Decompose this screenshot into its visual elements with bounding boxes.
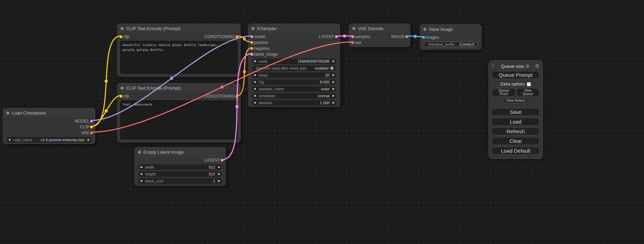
- decrement-arrow-icon[interactable]: ◀: [254, 101, 257, 104]
- denoise-widget[interactable]: ◀ denoise 1.000 ▶: [252, 100, 336, 106]
- increment-arrow-icon[interactable]: ▶: [331, 60, 335, 63]
- node-header[interactable]: KSampler: [248, 24, 340, 33]
- prompt-textarea[interactable]: beautiful scenery nature glass bottle la…: [120, 41, 238, 74]
- increment-arrow-icon[interactable]: ▶: [331, 101, 335, 104]
- scheduler-widget[interactable]: ◀ scheduler normal ▶: [252, 93, 336, 99]
- node-title: Load Checkpoint: [12, 110, 46, 116]
- decrement-arrow-icon[interactable]: ◀: [254, 94, 257, 97]
- prompt-textarea[interactable]: text, watermark: [120, 100, 238, 139]
- queue-prompt-button[interactable]: Queue Prompt: [492, 71, 540, 79]
- input-label-negative: negative: [254, 46, 270, 51]
- load-default-button[interactable]: Load Default: [492, 147, 540, 155]
- node-ksampler[interactable]: KSampler model LATENT positive negative …: [248, 24, 340, 107]
- load-button[interactable]: Load: [492, 118, 540, 126]
- increment-arrow-icon[interactable]: ▶: [217, 180, 220, 182]
- node-header[interactable]: Empty Latent Image: [135, 147, 226, 156]
- input-port-clip[interactable]: [120, 35, 122, 38]
- output-port-conditioning[interactable]: [236, 35, 238, 38]
- wire-midpoint-negative-conditioning: [243, 70, 246, 73]
- decrement-arrow-icon[interactable]: ◀: [140, 180, 144, 182]
- input-port-clip[interactable]: [120, 95, 122, 98]
- increment-arrow-icon[interactable]: ▶: [331, 74, 335, 76]
- cfg-widget[interactable]: ◀ cfg 8.000 ▶: [252, 79, 336, 85]
- seed-widget[interactable]: ◀ seed 156680208700286 ▶: [252, 58, 336, 64]
- view-queue-button[interactable]: View Queue: [516, 88, 540, 97]
- node-title: CLIP Text Encode (Prompt): [126, 85, 181, 91]
- input-port-positive[interactable]: [250, 41, 253, 44]
- increment-arrow-icon[interactable]: ▶: [217, 173, 220, 175]
- node-header[interactable]: CLIP Text Encode (Prompt): [117, 24, 240, 33]
- node-header[interactable]: Save Image: [420, 25, 481, 34]
- node-save-image[interactable]: Save Image images filename_prefix ComfyU…: [420, 24, 482, 50]
- collapse-button[interactable]: [138, 151, 141, 154]
- increment-arrow-icon[interactable]: ▶: [331, 94, 335, 97]
- width-widget[interactable]: ◀ width 512 ▶: [138, 164, 222, 170]
- output-port-clip[interactable]: [90, 126, 93, 128]
- extra-options-checkbox[interactable]: [527, 82, 531, 86]
- output-port-model[interactable]: [90, 120, 93, 123]
- clear-button[interactable]: Clear: [492, 137, 540, 145]
- output-port-latent[interactable]: [335, 35, 338, 38]
- output-port-conditioning[interactable]: [236, 95, 238, 98]
- node-empty-latent-image[interactable]: Empty Latent Image LATENT ◀ width 512 ▶ …: [134, 147, 226, 186]
- decrement-arrow-icon[interactable]: ◀: [140, 166, 144, 169]
- input-port-latent-image[interactable]: [250, 53, 253, 56]
- widget-label: batch_size: [145, 179, 164, 183]
- collapse-button[interactable]: [121, 27, 124, 30]
- input-port-vae[interactable]: [351, 41, 354, 44]
- settings-gear-icon[interactable]: ⚙: [535, 63, 540, 69]
- widget-value: v1-5-pruned-emaonly.ckpt: [41, 138, 85, 142]
- widget-value: 20: [325, 73, 329, 77]
- widget-value: enabled: [315, 66, 328, 70]
- steps-widget[interactable]: ◀ steps 20 ▶: [252, 72, 336, 78]
- decrement-arrow-icon[interactable]: ◀: [140, 173, 144, 175]
- output-port-vae[interactable]: [90, 132, 93, 134]
- node-vae-decode[interactable]: VAE Decode samples IMAGE vae: [349, 24, 411, 47]
- output-port-latent[interactable]: [221, 159, 223, 162]
- collapse-button[interactable]: [352, 27, 355, 30]
- height-widget[interactable]: ◀ height 512 ▶: [138, 171, 222, 177]
- decrement-arrow-icon[interactable]: ◀: [254, 74, 257, 76]
- decrement-arrow-icon[interactable]: ◀: [254, 60, 257, 63]
- output-label-clip: CLIP: [80, 125, 89, 129]
- batch-size-widget[interactable]: ◀ batch_size 1 ▶: [138, 178, 222, 184]
- ckpt-name-widget[interactable]: ◀ ckpt_name v1-5-pruned-emaonly.ckpt ▶: [7, 137, 91, 143]
- decrement-arrow-icon[interactable]: ◀: [254, 81, 257, 83]
- input-port-images[interactable]: [422, 36, 425, 39]
- widget-label: height: [145, 172, 156, 176]
- wire-midpoint-image-to-save: [414, 35, 417, 38]
- node-title: KSampler: [257, 26, 277, 31]
- refresh-button[interactable]: Refresh: [492, 127, 540, 135]
- input-port-model[interactable]: [250, 35, 253, 38]
- increment-arrow-icon[interactable]: ▶: [331, 81, 335, 83]
- panel-drag-handle-icon[interactable]: ⠿: [492, 64, 495, 69]
- wire-midpoint-latent-to-decode: [343, 35, 346, 38]
- view-history-button[interactable]: View History: [503, 98, 528, 103]
- widget-value: euler: [321, 87, 329, 91]
- graph-canvas[interactable]: Load Checkpoint MODEL CLIP VAE ◀ ckpt_na…: [0, 0, 644, 244]
- node-header[interactable]: VAE Decode: [349, 24, 410, 33]
- collapse-button[interactable]: [6, 111, 9, 115]
- increment-arrow-icon[interactable]: ▶: [331, 88, 335, 90]
- collapse-button[interactable]: [423, 28, 426, 31]
- node-clip-text-encode-negative[interactable]: CLIP Text Encode (Prompt) clip CONDITION…: [117, 83, 241, 143]
- output-label-conditioning: CONDITIONING: [204, 94, 235, 99]
- save-button[interactable]: Save: [492, 108, 540, 116]
- decrement-arrow-icon[interactable]: ◀: [8, 138, 12, 141]
- input-port-samples[interactable]: [351, 35, 354, 38]
- node-load-checkpoint[interactable]: Load Checkpoint MODEL CLIP VAE ◀ ckpt_na…: [3, 108, 95, 144]
- filename-prefix-widget[interactable]: filename_prefix ComfyUI: [424, 42, 478, 47]
- increment-arrow-icon[interactable]: ▶: [86, 138, 90, 141]
- increment-arrow-icon[interactable]: ▶: [217, 166, 220, 169]
- output-port-image[interactable]: [405, 35, 408, 38]
- node-header[interactable]: Load Checkpoint: [3, 108, 95, 117]
- sampler-name-widget[interactable]: ◀ sampler_name euler ▶: [252, 86, 336, 92]
- collapse-button[interactable]: [252, 27, 255, 30]
- node-clip-text-encode-positive[interactable]: CLIP Text Encode (Prompt) clip CONDITION…: [117, 24, 241, 77]
- input-port-negative[interactable]: [250, 47, 253, 50]
- collapse-button[interactable]: [121, 87, 124, 90]
- random-seed-toggle-widget[interactable]: Random seed after every gen enabled: [252, 65, 336, 71]
- node-header[interactable]: CLIP Text Encode (Prompt): [117, 83, 240, 92]
- decrement-arrow-icon[interactable]: ◀: [254, 88, 257, 90]
- queue-front-button[interactable]: Queue Front: [492, 88, 516, 97]
